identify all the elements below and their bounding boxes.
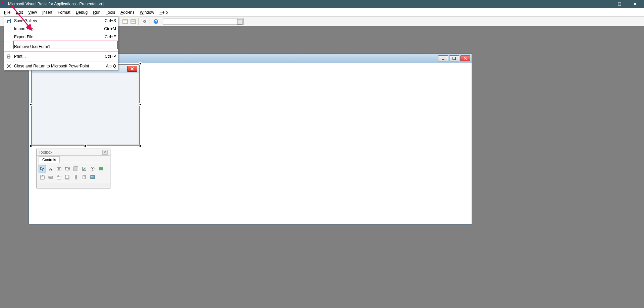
file-dropdown-menu: Save Gallery Ctrl+S Import File... Ctrl+… (4, 16, 118, 70)
tool-listbox-icon[interactable] (72, 165, 79, 172)
userform-design-surface[interactable] (33, 74, 138, 144)
resize-handle[interactable] (139, 145, 142, 147)
menu-item-label: Print... (14, 54, 26, 59)
resize-handle[interactable] (30, 145, 32, 147)
child-minimize-button[interactable] (438, 55, 448, 61)
menu-insert[interactable]: Insert (40, 9, 55, 16)
toolbox-titlebar[interactable]: Toolbox ✕ (37, 149, 110, 156)
procedure-combo[interactable] (163, 18, 244, 25)
print-icon (6, 54, 11, 59)
menu-item-shortcut: Alt+Q (106, 64, 116, 68)
svg-rect-14 (8, 21, 10, 23)
project-explorer-icon[interactable] (121, 18, 129, 25)
resize-handle[interactable] (139, 103, 142, 106)
svg-rect-22 (453, 57, 455, 60)
menu-run[interactable]: Run (90, 9, 103, 16)
svg-rect-46 (57, 175, 59, 176)
svg-rect-1 (618, 3, 621, 5)
toolbox-window[interactable]: Toolbox ✕ Controls A ab ab (36, 149, 110, 188)
form-designer-canvas[interactable]: UserForm1 (31, 64, 470, 222)
menu-item-label: Save Gallery (14, 18, 37, 23)
resize-handle[interactable] (30, 103, 32, 106)
minimize-button[interactable] (596, 0, 612, 8)
menu-item-close-return[interactable]: Close and Return to Microsoft PowerPoint… (4, 62, 118, 70)
svg-rect-13 (7, 19, 10, 20)
svg-text:?: ? (155, 19, 157, 23)
tool-textbox-icon[interactable]: ab (55, 165, 63, 172)
tool-optionbutton-icon[interactable] (89, 165, 96, 172)
tool-scrollbar-icon[interactable] (72, 173, 79, 181)
toolbox-icon[interactable] (141, 18, 148, 25)
menu-item-label: Export File... (14, 35, 37, 39)
menu-item-import-file[interactable]: Import File... Ctrl+M (4, 25, 118, 33)
svg-text:A: A (49, 166, 52, 171)
svg-rect-17 (8, 57, 10, 58)
svg-rect-42 (41, 175, 43, 176)
svg-point-53 (92, 176, 93, 177)
menu-help[interactable]: Help (157, 9, 170, 16)
form-designer-window[interactable]: UserForm1 (29, 53, 472, 224)
menu-window[interactable]: Window (137, 9, 157, 16)
resize-handle[interactable] (84, 145, 87, 147)
maximize-button[interactable] (612, 0, 627, 8)
menu-edit[interactable]: Edit (13, 9, 25, 16)
properties-window-icon[interactable] (129, 18, 137, 25)
tool-tabstrip-icon[interactable] (55, 173, 63, 181)
child-close-button[interactable] (460, 55, 470, 61)
menu-item-export-file[interactable]: Export File... Ctrl+E (4, 33, 118, 41)
save-icon (6, 18, 11, 23)
tool-togglebutton-icon[interactable] (97, 165, 105, 172)
menu-item-remove-userform[interactable]: Remove UserForm1... (4, 43, 118, 51)
tool-multipage-icon[interactable] (64, 173, 71, 181)
menu-item-shortcut: Ctrl+S (105, 18, 116, 23)
tool-combobox-icon[interactable] (64, 165, 71, 172)
menu-file[interactable]: File (1, 9, 13, 16)
menu-item-print[interactable]: Print... Ctrl+P (4, 52, 118, 60)
title-bar: Microsoft Visual Basic for Applications … (0, 0, 644, 8)
userform-close-button[interactable] (127, 66, 137, 72)
menu-item-shortcut: Ctrl+E (105, 35, 116, 39)
menu-format[interactable]: Format (55, 9, 73, 16)
svg-rect-40 (99, 167, 103, 170)
close-icon (6, 63, 11, 69)
tool-checkbox-icon[interactable] (80, 165, 88, 172)
svg-point-39 (92, 168, 93, 169)
tool-commandbutton-icon[interactable]: ab (47, 173, 54, 181)
menu-item-shortcut: Ctrl+M (104, 27, 116, 31)
menu-separator (4, 51, 118, 52)
svg-text:ab: ab (49, 176, 52, 178)
toolbox-tab-controls[interactable]: Controls (39, 156, 60, 163)
userform[interactable]: UserForm1 (31, 64, 140, 146)
menu-separator (4, 42, 118, 42)
child-maximize-button[interactable] (449, 55, 459, 61)
resize-handle[interactable] (139, 62, 142, 65)
tool-spinbutton-icon[interactable] (80, 173, 88, 181)
toolbox-title-text: Toolbox (39, 150, 52, 155)
tool-label-icon[interactable]: A (47, 165, 54, 172)
menu-item-save-gallery[interactable]: Save Gallery Ctrl+S (4, 17, 118, 25)
menu-item-label: Remove UserForm1... (14, 44, 54, 49)
svg-rect-50 (75, 176, 76, 178)
title-text: Microsoft Visual Basic for Applications … (8, 2, 104, 6)
toolbox-close-button[interactable]: ✕ (102, 150, 108, 155)
menu-tools[interactable]: Tools (103, 9, 118, 16)
svg-rect-5 (123, 19, 127, 20)
menu-item-label: Close and Return to Microsoft PowerPoint (14, 64, 89, 68)
tool-pointer-icon[interactable] (39, 165, 46, 172)
tool-image-icon[interactable] (89, 173, 96, 181)
menu-item-shortcut: Ctrl+P (105, 54, 116, 59)
help-icon[interactable]: ? (152, 18, 160, 25)
svg-rect-16 (8, 55, 10, 56)
menu-separator (4, 61, 118, 61)
toolbox-tools-panel: A ab ab (37, 163, 110, 183)
svg-rect-36 (77, 167, 78, 171)
menu-addins[interactable]: Add-Ins (118, 9, 137, 16)
svg-point-9 (144, 21, 145, 22)
menu-view[interactable]: View (25, 9, 40, 16)
close-button[interactable] (627, 0, 643, 8)
svg-rect-7 (131, 19, 136, 20)
menu-debug[interactable]: Debug (73, 9, 90, 16)
toolbox-tabstrip: Controls (37, 156, 110, 163)
tool-frame-icon[interactable] (39, 173, 46, 181)
app-icon (1, 2, 6, 6)
